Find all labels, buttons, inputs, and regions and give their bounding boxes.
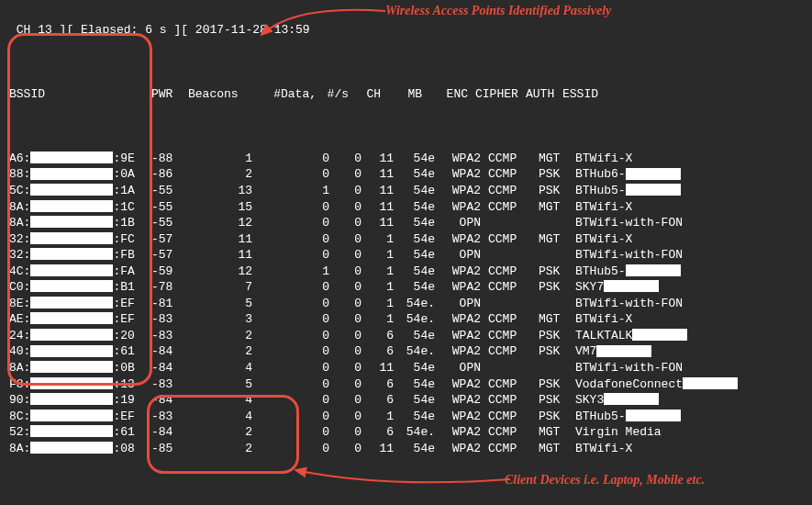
ap-header-row: BSSIDPWRBeacons#Data,#/sCHMBENCCIPHERAUT…: [9, 86, 803, 103]
mb-cell: 54e: [394, 328, 435, 344]
ps-cell: 0: [329, 409, 362, 425]
bssid-cell: 4C::FA: [9, 264, 151, 280]
mb-cell: 54e.: [394, 424, 435, 441]
data-cell: 0: [265, 376, 329, 393]
enc-cell: WPA2: [435, 279, 481, 296]
redacted-essid: [604, 393, 659, 405]
redacted-essid: [626, 410, 681, 421]
status-line: CH 13 ][ Elapsed: 6 s ][ 2017-11-28 13:5…: [9, 22, 803, 39]
ps-cell: 0: [329, 360, 362, 376]
bssid-cell: 88::0A: [9, 166, 151, 183]
essid-cell: BTHub6-: [575, 166, 681, 183]
ap-row: A6::9E-881001154eWPA2CCMPMGTBTWifi-X: [9, 151, 803, 167]
bssid-cell: 52::61: [9, 424, 151, 441]
essid-cell: BTWifi-with-FON: [575, 247, 683, 264]
ap-row: 24::20-83200654eWPA2CCMPPSKTALKTALK: [9, 328, 803, 344]
ps-cell: 0: [329, 199, 362, 216]
ps-cell: 0: [329, 311, 362, 328]
enc-cell: WPA2: [435, 264, 481, 280]
ap-row: 8A::08-852001154eWPA2CCMPMGTBTWifi-X: [9, 441, 803, 457]
redacted-essid: [632, 329, 687, 341]
ch-cell: 11: [362, 441, 394, 457]
ch-cell: 11: [362, 183, 394, 199]
ch-cell: 1: [362, 231, 394, 248]
redacted-mac: [30, 248, 113, 260]
data-cell: 1: [265, 183, 329, 199]
beacons-cell: 4: [188, 360, 265, 376]
ps-cell: 0: [329, 376, 362, 393]
ap-row: 40::61-84200654e.WPA2CCMPPSKVM7: [9, 343, 803, 360]
redacted-mac: [30, 232, 113, 244]
enc-cell: WPA2: [435, 231, 481, 248]
auth-cell: PSK: [539, 166, 575, 183]
mb-cell: 54e: [394, 215, 435, 231]
auth-cell: [539, 296, 575, 312]
data-cell: 0: [265, 296, 329, 312]
ap-row: 8A::0B-844001154eOPNBTWifi-with-FON: [9, 360, 803, 376]
cipher-cell: [481, 360, 539, 376]
data-cell: 0: [265, 360, 329, 376]
ap-row: F8::13-83500654eWPA2CCMPPSKVodafoneConne…: [9, 376, 803, 393]
redacted-mac: [30, 345, 113, 357]
cipher-cell: CCMP: [481, 409, 539, 425]
enc-cell: WPA2: [435, 409, 481, 425]
beacons-cell: 2: [188, 328, 265, 344]
enc-cell: WPA2: [435, 424, 481, 441]
cipher-cell: CCMP: [481, 392, 539, 409]
bssid-cell: 8E::EF: [9, 296, 151, 312]
mb-cell: 54e: [394, 247, 435, 264]
pwr-cell: -84: [151, 360, 188, 376]
essid-cell: BTWifi-X: [575, 231, 632, 248]
bssid-cell: 8C::EF: [9, 409, 151, 425]
data-cell: 0: [265, 343, 329, 360]
redacted-essid: [626, 264, 681, 276]
ap-row: 8A::1B-5512001154eOPNBTWifi-with-FON: [9, 215, 803, 231]
pwr-cell: -88: [151, 151, 188, 167]
hdr-cipher: CIPHER: [468, 86, 526, 103]
data-cell: 1: [265, 264, 329, 280]
data-cell: 0: [265, 215, 329, 231]
ap-row: 52::61-84200654e.WPA2CCMPMGTVirgin Media: [9, 424, 803, 441]
mb-cell: 54e.: [394, 296, 435, 312]
ap-row: 8A::1C-5515001154eWPA2CCMPMGTBTWifi-X: [9, 199, 803, 216]
redacted-essid: [604, 280, 659, 292]
auth-cell: PSK: [539, 392, 575, 409]
cipher-cell: CCMP: [481, 183, 539, 199]
pwr-cell: -84: [151, 392, 188, 409]
auth-cell: PSK: [539, 343, 575, 360]
ps-cell: 0: [329, 231, 362, 248]
bssid-cell: 8A::08: [9, 441, 151, 457]
redacted-mac: [30, 184, 113, 196]
enc-cell: WPA2: [435, 311, 481, 328]
enc-cell: WPA2: [435, 343, 481, 360]
data-cell: 0: [265, 151, 329, 167]
beacons-cell: 2: [188, 441, 265, 457]
bssid-cell: 40::61: [9, 343, 151, 360]
bssid-cell: F8::13: [9, 376, 151, 393]
data-cell: 0: [265, 199, 329, 216]
hdr-ch: CH: [349, 86, 381, 103]
essid-cell: TALKTALK: [575, 328, 687, 344]
auth-cell: MGT: [539, 231, 575, 248]
essid-cell: SKY7: [575, 279, 659, 296]
data-cell: 0: [265, 279, 329, 296]
mb-cell: 54e: [394, 151, 435, 167]
ch-cell: 6: [362, 392, 394, 409]
auth-cell: MGT: [539, 151, 575, 167]
cipher-cell: [481, 247, 539, 264]
cipher-cell: CCMP: [481, 151, 539, 167]
beacons-cell: 2: [188, 424, 265, 441]
cipher-cell: CCMP: [481, 264, 539, 280]
essid-cell: BTWifi-X: [575, 151, 632, 167]
mb-cell: 54e: [394, 376, 435, 393]
cipher-cell: CCMP: [481, 343, 539, 360]
mb-cell: 54e.: [394, 343, 435, 360]
terminal-output: CH 13 ][ Elapsed: 6 s ][ 2017-11-28 13:5…: [0, 0, 812, 505]
beacons-cell: 2: [188, 343, 265, 360]
bssid-cell: A6::9E: [9, 151, 151, 167]
beacons-cell: 7: [188, 279, 265, 296]
enc-cell: OPN: [435, 247, 481, 264]
redacted-mac: [30, 297, 113, 309]
bssid-cell: 8A::1B: [9, 215, 151, 231]
pwr-cell: -83: [151, 328, 188, 344]
